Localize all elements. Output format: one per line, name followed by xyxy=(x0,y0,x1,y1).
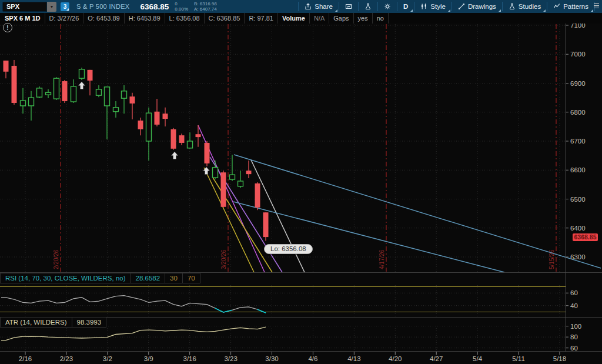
svg-text:4/17/26: 4/17/26 xyxy=(379,249,385,269)
ask-value: A: 6407.74 xyxy=(194,6,217,12)
svg-text:60: 60 xyxy=(570,345,578,352)
ohlc-cell-9[interactable]: Gaps xyxy=(329,13,353,24)
ohlc-cell-2: O: 6453.89 xyxy=(83,13,124,24)
price-chart-canvas[interactable]: 2/20/263/20/264/17/265/15/26710070006900… xyxy=(0,24,602,364)
last-price: 6368.85 xyxy=(141,2,169,11)
info-icon[interactable]: ! xyxy=(3,23,12,32)
flask-icon xyxy=(364,3,372,10)
atr-header-cell[interactable]: 98.3993 xyxy=(72,317,107,328)
ohlc-cell-0: SPX 6 M 1D xyxy=(0,13,45,24)
dropdown-caret-icon xyxy=(335,9,337,12)
change-percent: 0.00% xyxy=(175,6,188,12)
candle-body xyxy=(179,135,185,143)
toolbar-button-studies[interactable]: Studies xyxy=(503,0,547,13)
atr-study-header: ATR (14, WILDERS)98.3993 xyxy=(0,317,106,328)
toolbar-button-label: Drawings xyxy=(468,3,496,10)
bid-ask-block: B: 6316.98 A: 6407.74 xyxy=(194,1,217,12)
atr-header-cell[interactable]: ATR (14, WILDERS) xyxy=(0,317,72,328)
svg-text:4/27: 4/27 xyxy=(430,355,443,362)
toolbar-button-news[interactable] xyxy=(339,0,358,13)
svg-text:5/11: 5/11 xyxy=(512,355,525,362)
candle-body xyxy=(263,212,269,237)
symbol-dropdown-button[interactable]: ▼ xyxy=(47,2,56,12)
dropdown-caret-icon xyxy=(543,9,546,12)
toolbar-button-patterns[interactable]: Patterns xyxy=(547,0,594,13)
share-icon xyxy=(305,3,312,10)
svg-text:6400: 6400 xyxy=(570,225,586,232)
svg-text:5/4: 5/4 xyxy=(473,355,483,362)
svg-text:4/6: 4/6 xyxy=(308,355,317,362)
svg-text:100: 100 xyxy=(570,323,581,330)
candle-body xyxy=(37,88,42,97)
candle-body xyxy=(230,175,235,179)
rsi-header-cell[interactable]: 28.6582 xyxy=(131,273,166,283)
toolbar-button-settings[interactable] xyxy=(378,0,397,13)
rsi-header-cell[interactable]: 70 xyxy=(183,273,200,283)
ohlc-cell-1: D: 3/27/26 xyxy=(45,13,84,24)
candle-body xyxy=(163,113,168,119)
toolbar-button-quick-study[interactable] xyxy=(359,0,377,13)
svg-text:3/23: 3/23 xyxy=(224,355,237,362)
candle-body xyxy=(4,61,9,72)
patterns-icon xyxy=(553,3,560,10)
svg-text:6600: 6600 xyxy=(570,166,586,173)
symbol-box[interactable]: SPX ▼ xyxy=(2,2,56,12)
toolbar-button-share[interactable]: Share xyxy=(299,0,339,13)
candle-body xyxy=(171,129,176,149)
bid-value: B: 6316.98 xyxy=(194,1,217,6)
ohlc-cell-7[interactable]: Volume xyxy=(278,13,310,24)
candle-body xyxy=(62,81,68,101)
change-block: 0 0.00% xyxy=(175,1,188,12)
candle-body xyxy=(54,78,59,99)
svg-text:40: 40 xyxy=(570,302,578,309)
toolbar-buttons: ShareDStyleDrawingsStudiesPatterns xyxy=(298,0,602,13)
candle-body xyxy=(12,66,17,103)
svg-text:6700: 6700 xyxy=(570,138,586,145)
candle-body xyxy=(46,92,51,95)
dropdown-caret-icon xyxy=(410,9,413,12)
svg-text:2/16: 2/16 xyxy=(19,355,32,362)
rsi-header-cell[interactable]: 30 xyxy=(165,273,183,283)
flask-icon xyxy=(509,3,516,10)
dropdown-caret-icon xyxy=(448,9,450,12)
candle-body xyxy=(255,183,260,208)
ohlc-cell-5: C: 6368.85 xyxy=(205,13,245,24)
svg-text:4/20: 4/20 xyxy=(389,355,402,362)
rsi-header-cell[interactable]: RSI (14, 70, 30, CLOSE, WILDERS, no) xyxy=(0,273,131,283)
svg-text:3/2: 3/2 xyxy=(103,355,112,362)
candle-body xyxy=(105,87,110,106)
ohlc-cell-11[interactable]: no xyxy=(373,13,389,24)
symbol-input[interactable]: SPX xyxy=(2,2,47,12)
change-value: 0 xyxy=(175,1,188,6)
news-icon xyxy=(345,3,352,10)
toolbar-button-drawings[interactable]: Drawings xyxy=(452,0,502,13)
candle-body xyxy=(146,113,152,141)
svg-text:3/20/26: 3/20/26 xyxy=(220,249,227,269)
low-value-tooltip: Lo: 6356.08 xyxy=(264,244,313,254)
ohlc-cell-4: L: 6356.08 xyxy=(165,13,205,24)
ohlc-cell-6: R: 97.81 xyxy=(245,13,278,24)
svg-text:6500: 6500 xyxy=(570,196,586,203)
svg-text:7000: 7000 xyxy=(570,51,586,58)
top-toolbar: SPX ▼ 3 S & P 500 INDEX 6368.85 0 0.00% … xyxy=(0,0,602,13)
thinkorswim-chart-window: SPX ▼ 3 S & P 500 INDEX 6368.85 0 0.00% … xyxy=(0,0,602,364)
ohlc-cell-8[interactable]: N/A xyxy=(310,13,329,24)
toolbar-button-timeframe[interactable]: D xyxy=(397,0,414,13)
link-channel-badge[interactable]: 3 xyxy=(61,2,69,11)
last-price-axis-label: 6368.85 xyxy=(573,233,598,241)
toolbar-button-style[interactable]: Style xyxy=(414,0,452,13)
candle-body xyxy=(122,91,127,98)
candle-body xyxy=(221,172,226,207)
gear-icon xyxy=(384,3,391,10)
chart-grid-menu-icon[interactable] xyxy=(594,3,599,8)
ohlc-cell-10[interactable]: yes xyxy=(354,13,373,24)
dropdown-caret-icon xyxy=(499,9,501,12)
svg-text:2/23: 2/23 xyxy=(60,355,73,362)
svg-text:5/18: 5/18 xyxy=(553,355,566,362)
toolbar-button-label: Patterns xyxy=(563,3,588,10)
svg-text:6800: 6800 xyxy=(570,109,586,116)
candle-body xyxy=(188,141,193,148)
toolbar-button-label: Style xyxy=(430,3,446,10)
candle-body xyxy=(138,121,143,129)
candle-body xyxy=(113,108,119,112)
